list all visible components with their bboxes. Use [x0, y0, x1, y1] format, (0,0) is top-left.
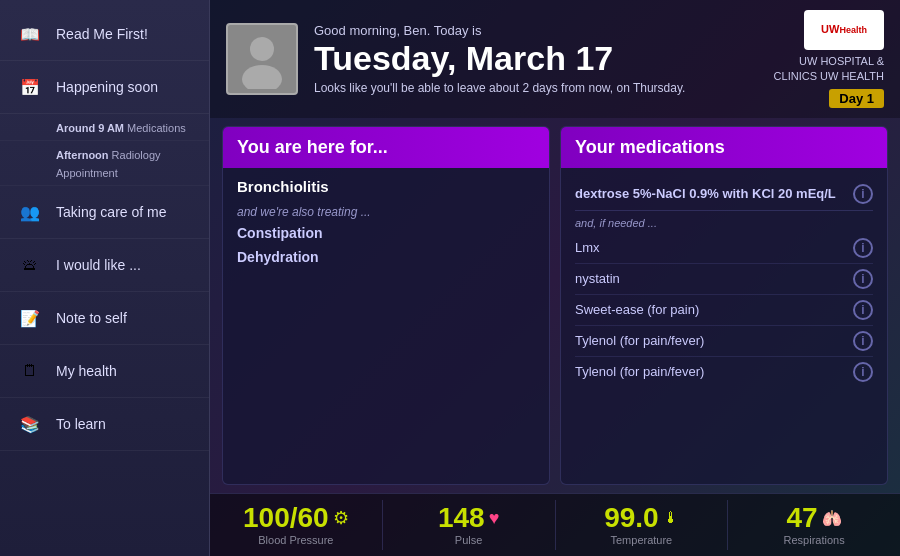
med-name-1: nystatin	[575, 271, 853, 286]
notepad-icon: 📝	[14, 302, 46, 334]
sidebar-item-label: To learn	[56, 415, 106, 433]
sidebar-item-label: Happening soon	[56, 78, 158, 96]
primary-diagnosis: Bronchiolitis	[237, 178, 535, 195]
svg-point-1	[242, 65, 282, 89]
respirations-value: 47	[787, 504, 818, 532]
medications-card-header: Your medications	[561, 127, 887, 168]
med-name-0: Lmx	[575, 240, 853, 255]
header: Good morning, Ben. Today is Tuesday, Mar…	[210, 0, 900, 118]
header-text: Good morning, Ben. Today is Tuesday, Mar…	[314, 23, 774, 95]
pulse-value: 148	[438, 504, 485, 532]
pulse-label: Pulse	[455, 534, 483, 546]
discharge-text: Looks like you'll be able to leave about…	[314, 81, 774, 95]
med-info-icon-3[interactable]: i	[853, 331, 873, 351]
day-badge: Day 1	[829, 89, 884, 108]
diagnoses-card: You are here for... Bronchiolitis and we…	[222, 126, 550, 485]
medications-header-text: Your medications	[575, 137, 725, 157]
heart-icon: ♥	[489, 508, 500, 529]
date-display: Tuesday, March 17	[314, 40, 774, 77]
greeting-text: Good morning, Ben. Today is	[314, 23, 774, 38]
diagnoses-card-header: You are here for...	[223, 127, 549, 168]
schedule-afternoon-radiology: Afternoon RadiologyAppointment	[0, 141, 209, 186]
sidebar-item-note-to-self[interactable]: 📝 Note to self	[0, 292, 209, 345]
sidebar-item-read-me-first[interactable]: 📖 Read Me First!	[0, 8, 209, 61]
people-icon: 👥	[14, 196, 46, 228]
temperature-label: Temperature	[610, 534, 672, 546]
schedule-morning-meds: Around 9 AM Medications	[0, 114, 209, 141]
med-name-2: Sweet-ease (for pain)	[575, 302, 853, 317]
thermometer-icon: 🌡	[663, 509, 679, 527]
primary-med-info-icon[interactable]: i	[853, 184, 873, 204]
pulse-value-row: 148 ♥	[438, 504, 499, 532]
respirations-label: Respirations	[784, 534, 845, 546]
diagnoses-card-body: Bronchiolitis and we're also treating ..…	[223, 168, 549, 484]
temperature-value: 99.0	[604, 504, 659, 532]
sidebar-item-taking-care[interactable]: 👥 Taking care of me	[0, 186, 209, 239]
med-row-0: Lmx i	[575, 233, 873, 264]
medications-card: Your medications dextrose 5%-NaCl 0.9% w…	[560, 126, 888, 485]
uw-logo-text: UWHealth	[821, 23, 867, 36]
clipboard-icon: 🗒	[14, 355, 46, 387]
blood-pressure-icon: ⚙	[333, 507, 349, 529]
hospital-name: UW HOSPITAL &CLINICS UW HEALTH	[774, 54, 884, 85]
med-name-4: Tylenol (for pain/fever)	[575, 364, 853, 379]
med-info-icon-0[interactable]: i	[853, 238, 873, 258]
med-info-icon-4[interactable]: i	[853, 362, 873, 382]
vital-blood-pressure: 100/60 ⚙ Blood Pressure	[210, 500, 383, 550]
secondary-diagnosis-0: Constipation	[237, 225, 535, 241]
main-content: Good morning, Ben. Today is Tuesday, Mar…	[210, 0, 900, 556]
calendar-icon: 📅	[14, 71, 46, 103]
diagnoses-header-text: You are here for...	[237, 137, 388, 157]
vital-pulse: 148 ♥ Pulse	[383, 500, 556, 550]
blood-pressure-value: 100/60	[243, 504, 329, 532]
med-name-3: Tylenol (for pain/fever)	[575, 333, 853, 348]
sidebar-item-label: My health	[56, 362, 117, 380]
sidebar-item-happening-soon[interactable]: 📅 Happening soon	[0, 61, 209, 114]
afternoon-time: Afternoon	[56, 149, 109, 161]
logo-area: UWHealth UW HOSPITAL &CLINICS UW HEALTH …	[774, 10, 884, 108]
sidebar-item-label: Read Me First!	[56, 25, 148, 43]
books-icon: 📚	[14, 408, 46, 440]
also-treating-label: and we're also treating ...	[237, 205, 535, 219]
lungs-icon: 🫁	[822, 509, 842, 528]
med-row-1: nystatin i	[575, 264, 873, 295]
avatar	[226, 23, 298, 95]
sidebar-item-i-would-like[interactable]: 🛎 I would like ...	[0, 239, 209, 292]
sidebar-item-label: I would like ...	[56, 256, 141, 274]
sidebar-item-label: Note to self	[56, 309, 127, 327]
secondary-diagnosis-1: Dehydration	[237, 249, 535, 265]
med-info-icon-2[interactable]: i	[853, 300, 873, 320]
sidebar: 📖 Read Me First! 📅 Happening soon Around…	[0, 0, 210, 556]
morning-event: Medications	[127, 122, 186, 134]
primary-med-row: dextrose 5%-NaCl 0.9% with KCl 20 mEq/L …	[575, 178, 873, 211]
blood-pressure-value-row: 100/60 ⚙	[243, 504, 349, 532]
vitals-bar: 100/60 ⚙ Blood Pressure 148 ♥ Pulse 99.0…	[210, 493, 900, 556]
sidebar-item-to-learn[interactable]: 📚 To learn	[0, 398, 209, 451]
primary-med-name: dextrose 5%-NaCl 0.9% with KCl 20 mEq/L	[575, 186, 836, 201]
svg-point-0	[250, 37, 274, 61]
sidebar-item-my-health[interactable]: 🗒 My health	[0, 345, 209, 398]
blood-pressure-label: Blood Pressure	[258, 534, 333, 546]
med-row-4: Tylenol (for pain/fever) i	[575, 357, 873, 387]
respirations-value-row: 47 🫁	[787, 504, 842, 532]
vital-temperature: 99.0 🌡 Temperature	[556, 500, 729, 550]
med-info-icon-1[interactable]: i	[853, 269, 873, 289]
vital-respirations: 47 🫁 Respirations	[728, 500, 900, 550]
bell-icon: 🛎	[14, 249, 46, 281]
med-row-2: Sweet-ease (for pain) i	[575, 295, 873, 326]
book-icon: 📖	[14, 18, 46, 50]
uw-logo: UWHealth	[804, 10, 884, 50]
medications-card-body: dextrose 5%-NaCl 0.9% with KCl 20 mEq/L …	[561, 168, 887, 484]
temperature-value-row: 99.0 🌡	[604, 504, 679, 532]
cards-area: You are here for... Bronchiolitis and we…	[210, 118, 900, 493]
if-needed-label: and, if needed ...	[575, 217, 873, 229]
morning-time: Around 9 AM	[56, 122, 124, 134]
med-row-3: Tylenol (for pain/fever) i	[575, 326, 873, 357]
sidebar-item-label: Taking care of me	[56, 203, 167, 221]
